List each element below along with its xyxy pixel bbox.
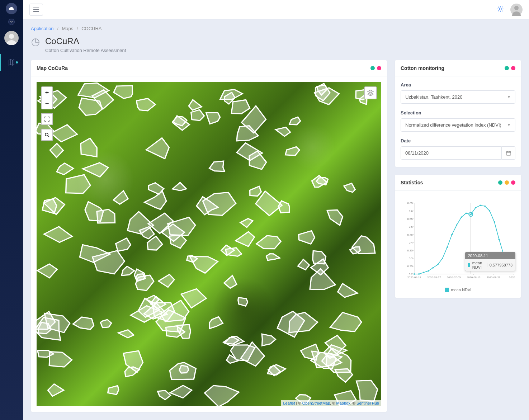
dot-teal[interactable] [498,180,502,185]
stats-card: Statistics 0.20.250.30.350.40.450.50.550… [395,175,521,298]
svg-text:2020-1: 2020-1 [509,276,515,279]
dot-pink[interactable] [511,66,515,70]
page-title: CoCuRA [45,36,126,46]
svg-marker-7 [145,191,166,209]
breadcrumb-app[interactable]: Application [31,26,54,31]
svg-marker-23 [37,264,57,278]
dot-teal[interactable] [370,66,375,70]
svg-marker-74 [298,259,310,270]
breadcrumb: Application / Maps / COCURA [31,26,521,31]
svg-point-197 [499,239,500,240]
svg-marker-116 [299,231,315,244]
dot-pink[interactable] [377,66,381,70]
chevron-down-icon: ▼ [507,123,511,127]
map-card-title: Map CoCuRa [37,65,68,71]
svg-marker-62 [224,275,237,288]
settings-icon[interactable] [497,5,504,14]
svg-point-187 [451,234,453,235]
svg-marker-34 [44,227,72,242]
svg-marker-126 [209,317,223,329]
svg-rect-144 [506,151,511,155]
svg-marker-35 [173,183,186,191]
svg-text:2020-05-27: 2020-05-27 [427,276,441,279]
svg-marker-132 [100,320,112,327]
svg-point-189 [460,217,462,218]
dot-teal[interactable] [505,66,509,70]
chart-tooltip: 2020-08-11 mean NDVI 0.577958773 [465,252,515,271]
fullscreen-button[interactable] [42,114,52,124]
attr-osm[interactable]: OpenStreetMap [302,401,330,405]
svg-text:0.6: 0.6 [409,209,413,213]
svg-marker-83 [50,143,63,157]
svg-marker-93 [170,362,196,379]
svg-marker-123 [206,113,220,124]
svg-point-2 [514,6,519,10]
svg-marker-114 [356,380,378,401]
zoom-out-button[interactable]: − [42,98,52,109]
sidebar-toggle[interactable] [8,19,15,25]
svg-point-179 [414,273,415,275]
svg-marker-57 [262,334,275,346]
attr-mapbox[interactable]: Mapbox [336,401,350,405]
chart-legend: mean NDVI [401,288,515,292]
svg-marker-39 [113,191,128,204]
svg-point-203 [470,214,472,215]
svg-marker-78 [137,98,156,111]
calendar-button[interactable] [502,146,515,160]
search-button[interactable] [42,129,52,140]
dot-pink[interactable] [511,180,515,185]
svg-marker-115 [240,218,253,227]
cloud-icon [6,3,17,14]
svg-marker-44 [278,201,289,213]
svg-point-183 [433,267,434,268]
hamburger-menu[interactable] [29,4,43,16]
nav-indicator-dot [16,61,18,63]
map-viewport[interactable]: + − [37,82,381,406]
svg-text:2020-04-18: 2020-04-18 [407,276,421,279]
svg-marker-40 [116,238,131,251]
svg-marker-68 [42,199,57,214]
svg-marker-108 [268,365,285,375]
layers-button[interactable] [364,86,377,99]
svg-marker-98 [159,274,174,287]
svg-marker-69 [238,297,248,306]
dot-yellow[interactable] [505,180,509,185]
svg-marker-120 [236,232,255,246]
svg-point-180 [418,273,420,275]
svg-point-182 [428,270,429,272]
svg-point-184 [437,264,439,265]
svg-text:0.5: 0.5 [409,225,413,228]
attr-sentinel[interactable]: Sentinel Hub [356,401,379,405]
svg-point-185 [442,258,443,259]
selection-select[interactable]: Normalized difference vegetation index (… [401,118,515,132]
svg-marker-112 [157,391,170,400]
svg-text:2020-09-21: 2020-09-21 [487,276,500,279]
svg-point-188 [456,225,457,226]
zoom-in-button[interactable]: + [42,87,52,98]
parcel-overlay [37,82,381,406]
svg-text:0.65: 0.65 [407,202,413,205]
svg-marker-5 [205,386,239,406]
svg-marker-89 [170,386,192,398]
svg-marker-75 [49,352,72,367]
svg-text:0.45: 0.45 [407,233,413,236]
pie-chart-icon [31,38,40,48]
svg-marker-21 [51,125,77,142]
svg-text:0.4: 0.4 [409,241,413,244]
svg-marker-105 [79,98,102,115]
ndvi-chart[interactable]: 0.20.250.30.350.40.450.50.550.60.652020-… [401,197,515,286]
svg-text:2020-07-05: 2020-07-05 [447,276,460,279]
card-actions [370,66,381,70]
user-avatar[interactable] [510,4,523,16]
svg-point-1 [499,8,501,10]
area-select[interactable]: Uzbekistan, Tashkent, 2020▼ [401,90,515,104]
attr-leaflet[interactable]: Leaflet [283,401,295,405]
svg-text:0.55: 0.55 [407,217,413,221]
topbar [23,0,529,19]
svg-point-143 [45,133,48,136]
sidebar-avatar[interactable] [4,31,19,45]
svg-marker-33 [276,127,291,136]
nav-maps[interactable] [0,54,23,71]
date-input[interactable] [401,146,502,160]
svg-marker-50 [81,138,97,157]
